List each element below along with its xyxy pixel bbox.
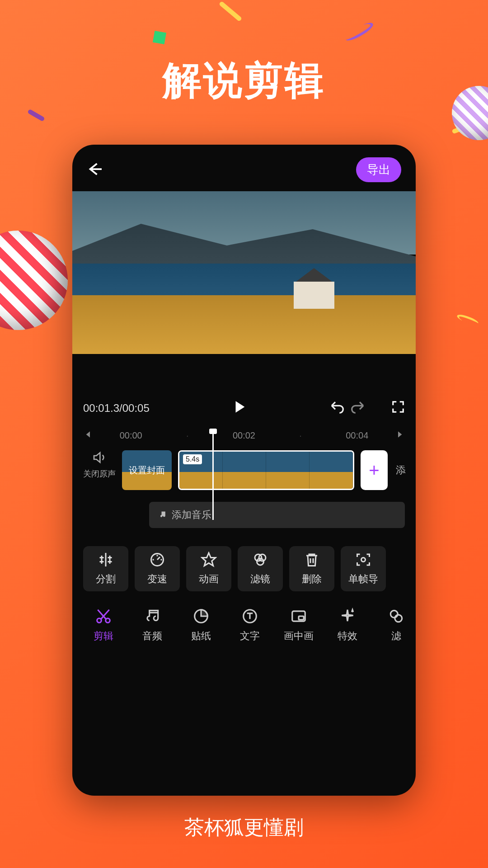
timecode: 00:01.3/00:05 xyxy=(83,402,150,415)
clip-duration-badge: 5.4s xyxy=(183,454,202,464)
prev-frame-button[interactable] xyxy=(83,430,92,441)
playback-controls: 00:01.3/00:05 xyxy=(72,354,416,425)
confetti-squiggle xyxy=(343,20,375,43)
svg-rect-9 xyxy=(299,616,304,620)
music-icon xyxy=(144,608,161,625)
ruler-tick: 00:02 xyxy=(233,430,255,441)
music-note-icon xyxy=(158,510,167,519)
preview-house xyxy=(294,282,334,309)
add-music-button[interactable]: 添加音乐 xyxy=(149,502,405,528)
bottom-nav: 剪辑 音频 贴纸 文字 画中画 特效 滤 xyxy=(72,600,416,656)
nav-edit[interactable]: 剪辑 xyxy=(81,608,126,643)
confetti-bar xyxy=(27,109,45,122)
star-icon xyxy=(201,552,217,568)
export-button[interactable]: 导出 xyxy=(356,157,401,182)
skip-prev-icon xyxy=(83,430,92,439)
edit-toolbar: 分割 变速 动画 滤镜 删除 单帧导 xyxy=(72,528,416,600)
svg-point-4 xyxy=(97,618,102,623)
filter-tool[interactable]: 滤镜 xyxy=(238,546,283,591)
cover-label: 设置封面 xyxy=(129,464,165,476)
next-frame-button[interactable] xyxy=(396,430,405,441)
split-tool[interactable]: 分割 xyxy=(83,546,128,591)
undo-icon xyxy=(330,400,344,414)
arrow-left-icon xyxy=(87,161,103,177)
mute-original-button[interactable]: 关闭原声 xyxy=(83,450,116,479)
phone-frame: 导出 00:01.3/00:05 00:00 · 00 xyxy=(72,145,416,796)
trash-icon xyxy=(304,552,320,568)
timeline-ruler: 00:00 · 00:02 · 00:04 xyxy=(72,425,416,443)
promo-footer: 茶杯狐更懂剧 xyxy=(0,814,488,841)
pip-icon xyxy=(290,608,307,625)
scissors-icon xyxy=(95,608,112,625)
add-music-label: 添加音乐 xyxy=(172,508,211,522)
add-clip-button[interactable]: + xyxy=(361,450,388,490)
undo-button[interactable] xyxy=(330,400,344,417)
timeline[interactable]: 关闭原声 设置封面 5.4s + 添 xyxy=(72,443,416,495)
mute-label: 关闭原声 xyxy=(83,468,116,479)
frame-export-tool[interactable]: 单帧导 xyxy=(341,546,386,591)
svg-point-11 xyxy=(395,615,402,622)
playhead[interactable] xyxy=(212,429,214,520)
promo-title: 解说剪辑 xyxy=(0,54,488,107)
nav-effects[interactable]: 特效 xyxy=(325,608,370,643)
expand-icon xyxy=(391,400,405,414)
play-button[interactable] xyxy=(232,399,247,417)
editor-topbar: 导出 xyxy=(72,145,416,191)
plus-icon: + xyxy=(369,460,379,481)
nav-pip[interactable]: 画中画 xyxy=(277,608,321,643)
nav-filter[interactable]: 滤 xyxy=(374,608,416,643)
fullscreen-button[interactable] xyxy=(391,400,405,416)
play-icon xyxy=(232,399,247,415)
redo-button[interactable] xyxy=(351,400,365,417)
split-icon xyxy=(98,552,114,568)
redo-icon xyxy=(351,400,365,414)
skip-next-icon xyxy=(396,430,405,439)
filter-icon xyxy=(388,608,405,625)
preview-grass xyxy=(72,295,416,354)
frame-icon xyxy=(355,552,371,568)
add-clip-label: 添 xyxy=(396,463,406,477)
confetti-squiggle xyxy=(456,313,479,326)
ruler-tick: 00:04 xyxy=(346,430,368,441)
video-clip[interactable]: 5.4s xyxy=(178,450,354,490)
svg-point-5 xyxy=(106,618,110,623)
svg-point-3 xyxy=(257,558,264,565)
svg-point-10 xyxy=(390,610,398,618)
sticker-icon xyxy=(192,608,210,625)
sparkle-icon xyxy=(339,608,356,625)
text-icon xyxy=(241,608,258,625)
back-button[interactable] xyxy=(87,161,103,179)
ruler-tick: 00:00 xyxy=(120,430,142,441)
filter-circles-icon xyxy=(252,552,268,568)
gauge-icon xyxy=(149,552,165,568)
video-preview[interactable] xyxy=(72,191,416,354)
delete-tool[interactable]: 删除 xyxy=(289,546,334,591)
animate-tool[interactable]: 动画 xyxy=(186,546,231,591)
nav-sticker[interactable]: 贴纸 xyxy=(179,608,223,643)
nav-text[interactable]: 文字 xyxy=(228,608,272,643)
decorative-sphere xyxy=(0,231,68,330)
speed-tool[interactable]: 变速 xyxy=(135,546,180,591)
nav-audio[interactable]: 音频 xyxy=(130,608,174,643)
confetti-square xyxy=(153,31,166,44)
set-cover-button[interactable]: 设置封面 xyxy=(122,450,172,490)
confetti-bar xyxy=(219,1,242,22)
speaker-icon xyxy=(92,450,107,465)
